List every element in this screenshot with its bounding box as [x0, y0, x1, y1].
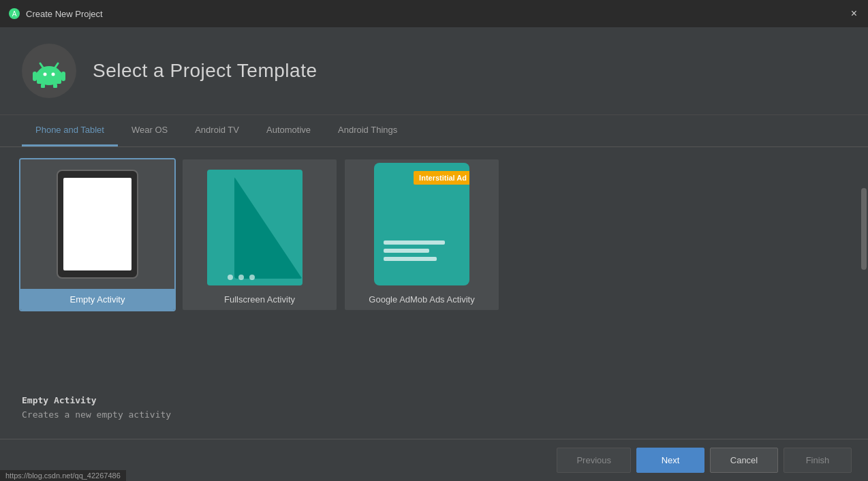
svg-rect-9 — [53, 83, 57, 88]
info-panel: Empty Activity Creates a new empty activ… — [0, 384, 868, 439]
create-new-project-dialog: A Create New Project × — [0, 0, 868, 481]
scrollbar-track[interactable] — [860, 147, 868, 384]
previous-button[interactable]: Previous — [557, 448, 631, 473]
admob-line-1 — [384, 240, 445, 245]
empty-activity-thumb — [20, 159, 174, 289]
template-card-empty-activity[interactable]: Empty Activity — [19, 158, 176, 311]
fullscreen-activity-label: Fullscreen Activity — [183, 289, 337, 310]
tabs-section: Phone and Tablet Wear OS Android TV Auto… — [0, 115, 868, 147]
finish-button[interactable]: Finish — [784, 448, 852, 473]
title-bar: A Create New Project × — [0, 0, 868, 27]
cancel-button[interactable]: Cancel — [710, 448, 778, 473]
admob-lines — [384, 240, 460, 265]
fullscreen-activity-thumb — [183, 159, 337, 289]
header-section: Select a Project Template — [0, 27, 868, 115]
android-logo-icon — [32, 54, 66, 88]
tabs-container: Phone and Tablet Wear OS Android TV Auto… — [22, 115, 846, 146]
content-area: Empty Activity — [0, 147, 868, 384]
admob-badge: Interstitial Ad — [414, 171, 469, 185]
svg-rect-3 — [37, 72, 61, 84]
phone-outline — [57, 170, 138, 279]
android-logo — [22, 44, 76, 98]
scrollbar-thumb[interactable] — [861, 188, 867, 270]
fullscreen-device — [207, 163, 313, 285]
fs-dot-2 — [238, 275, 244, 280]
tab-wear-os[interactable]: Wear OS — [118, 115, 181, 146]
footer: Previous Next Cancel Finish https://blog… — [0, 439, 868, 481]
fs-dot-1 — [228, 275, 233, 280]
phone-screen — [63, 178, 131, 270]
svg-point-7 — [52, 73, 55, 76]
svg-point-6 — [44, 73, 47, 76]
svg-text:A: A — [12, 10, 17, 18]
admob-line-3 — [384, 257, 437, 261]
page-title: Select a Project Template — [93, 60, 317, 82]
svg-rect-11 — [61, 72, 65, 81]
svg-rect-10 — [33, 72, 37, 81]
template-card-admob-activity[interactable]: Interstitial Ad Google AdMob Ads Activit… — [343, 158, 500, 311]
admob-line-2 — [384, 249, 429, 253]
templates-grid: Empty Activity — [0, 147, 860, 384]
fs-dots — [228, 275, 255, 280]
empty-activity-label: Empty Activity — [20, 289, 174, 310]
template-card-fullscreen-activity[interactable]: Fullscreen Activity — [181, 158, 338, 311]
dialog-title: Create New Project — [26, 9, 103, 19]
close-button[interactable]: × — [848, 5, 860, 22]
tab-phone-and-tablet[interactable]: Phone and Tablet — [22, 115, 118, 146]
tab-android-things[interactable]: Android Things — [324, 115, 411, 146]
svg-rect-8 — [41, 83, 45, 88]
tab-android-tv[interactable]: Android TV — [181, 115, 253, 146]
templates-row: Empty Activity — [16, 155, 849, 314]
tab-automotive[interactable]: Automotive — [253, 115, 324, 146]
next-button[interactable]: Next — [636, 448, 704, 473]
svg-line-4 — [40, 63, 43, 67]
admob-device: Interstitial Ad — [374, 163, 469, 285]
svg-line-5 — [55, 63, 58, 67]
admob-activity-label: Google AdMob Ads Activity — [345, 289, 499, 310]
android-studio-icon: A — [8, 7, 20, 20]
fs-dot-3 — [249, 275, 255, 280]
admob-activity-thumb: Interstitial Ad — [345, 159, 499, 289]
info-description: Creates a new empty activity — [22, 409, 846, 420]
url-bar: https://blog.csdn.net/qq_42267486 — [0, 470, 126, 481]
info-title: Empty Activity — [22, 395, 846, 405]
title-bar-left: A Create New Project — [8, 7, 103, 20]
